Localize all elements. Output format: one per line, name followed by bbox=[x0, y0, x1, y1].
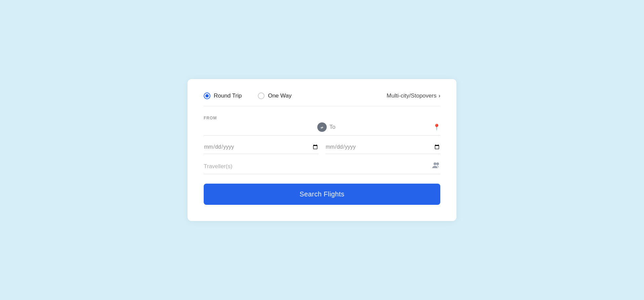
multi-city-option[interactable]: Multi-city/Stopovers › bbox=[387, 92, 440, 99]
to-input-wrapper: To 📍 bbox=[329, 123, 440, 131]
flight-search-card: Round Trip One Way Multi-city/Stopovers … bbox=[188, 79, 456, 221]
departure-date-input[interactable] bbox=[204, 144, 319, 150]
trip-type-row: Round Trip One Way Multi-city/Stopovers … bbox=[204, 92, 440, 106]
multi-city-label: Multi-city/Stopovers bbox=[387, 92, 436, 99]
travellers-icon bbox=[432, 162, 440, 171]
one-way-option[interactable]: One Way bbox=[258, 92, 291, 99]
return-date-input[interactable] bbox=[325, 144, 440, 150]
one-way-label: One Way bbox=[268, 92, 291, 99]
one-way-radio[interactable] bbox=[258, 92, 265, 99]
round-trip-label: Round Trip bbox=[214, 92, 242, 99]
date-row bbox=[204, 144, 440, 154]
svg-point-2 bbox=[434, 162, 436, 165]
swap-arrows-icon: ⇄ bbox=[320, 125, 324, 129]
from-input[interactable] bbox=[204, 124, 315, 130]
from-label: FROM bbox=[204, 116, 440, 120]
chevron-right-icon: › bbox=[439, 93, 440, 99]
from-to-row: FROM ⇄ To 📍 bbox=[204, 116, 440, 136]
search-flights-button[interactable]: Search Flights bbox=[204, 184, 440, 205]
departure-date-wrapper bbox=[204, 144, 319, 154]
travellers-row bbox=[204, 162, 440, 174]
swap-icon[interactable]: ⇄ bbox=[317, 122, 327, 132]
round-trip-radio[interactable] bbox=[204, 92, 210, 99]
travellers-input[interactable] bbox=[204, 163, 430, 170]
travellers-field-wrapper bbox=[204, 162, 440, 174]
round-trip-option[interactable]: Round Trip bbox=[204, 92, 242, 99]
svg-text:⇄: ⇄ bbox=[321, 126, 323, 129]
from-to-fields: ⇄ To 📍 bbox=[204, 122, 440, 136]
to-placeholder: To bbox=[329, 124, 430, 130]
location-pin-icon: 📍 bbox=[433, 123, 440, 131]
from-input-wrapper bbox=[204, 124, 315, 130]
return-date-wrapper bbox=[325, 144, 440, 154]
svg-point-3 bbox=[436, 162, 439, 165]
